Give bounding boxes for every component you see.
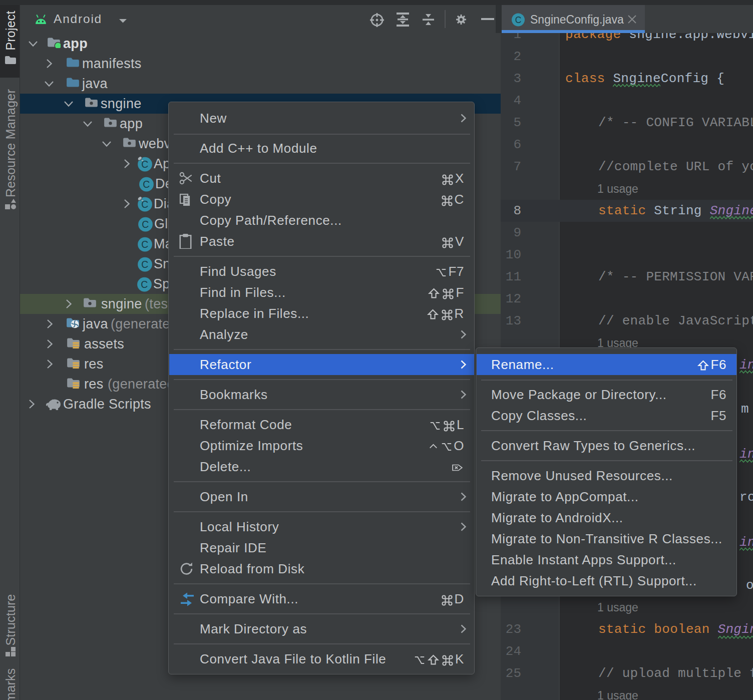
svg-text:C: C <box>141 259 148 270</box>
svg-text:C: C <box>141 279 148 290</box>
svg-text:C: C <box>142 219 149 230</box>
svg-text:C: C <box>515 15 522 25</box>
svg-text:C: C <box>143 179 150 190</box>
svg-text:C: C <box>141 239 148 250</box>
